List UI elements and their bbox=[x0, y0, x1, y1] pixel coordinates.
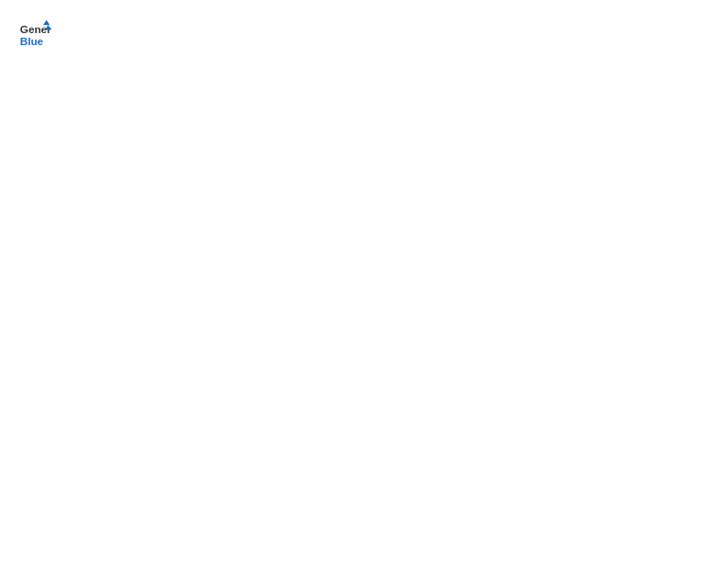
logo: General Blue bbox=[18, 18, 51, 52]
logo-icon: General Blue bbox=[18, 18, 51, 52]
page-header: General Blue bbox=[18, 18, 710, 52]
svg-text:Blue: Blue bbox=[20, 35, 44, 47]
